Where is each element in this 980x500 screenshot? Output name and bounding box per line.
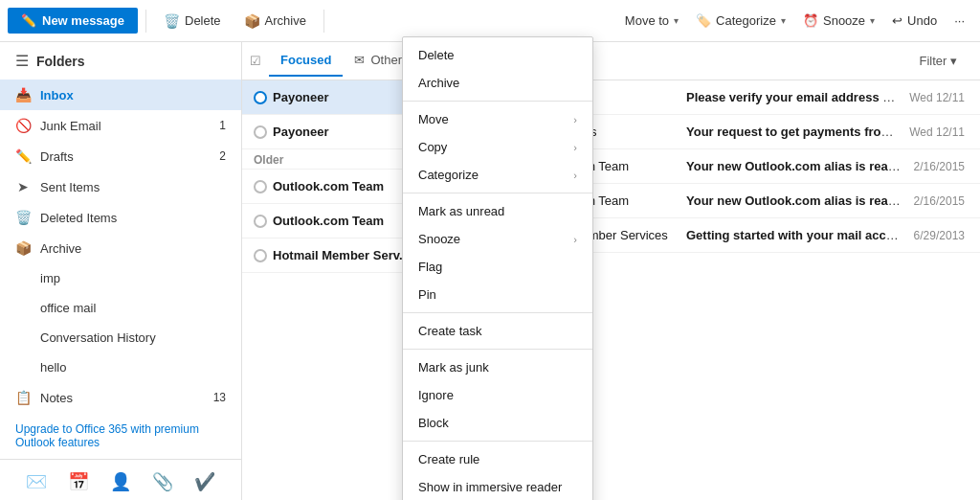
sidebar-label-inbox: Inbox bbox=[40, 88, 226, 102]
attachments-nav-button[interactable]: 📎 bbox=[145, 467, 181, 496]
ctx-separator-2 bbox=[403, 193, 592, 193]
sidebar-label-archive: Archive bbox=[40, 241, 226, 256]
sidebar-item-notes[interactable]: 📋 Notes 13 bbox=[0, 382, 241, 413]
sidebar-item-junk[interactable]: 🚫 Junk Email 1 bbox=[0, 110, 241, 141]
sidebar-label-officemail: office mail bbox=[40, 301, 226, 315]
email-subject: Your request to get payments from Propel… bbox=[686, 125, 902, 139]
ctx-move-label: Move bbox=[418, 112, 449, 126]
todo-nav-button[interactable]: ✔️ bbox=[187, 467, 223, 496]
mail-nav-button[interactable]: ✉️ bbox=[18, 467, 55, 496]
drafts-icon: ✏️ bbox=[15, 148, 31, 164]
ctx-mark-junk[interactable]: Mark as junk bbox=[403, 353, 592, 381]
ctx-create-rule-label: Create rule bbox=[418, 452, 479, 466]
email-subject: Your new Outlook.com alias is ready Star… bbox=[686, 159, 906, 173]
ctx-immersive-label: Show in immersive reader bbox=[418, 480, 562, 494]
ctx-immersive[interactable]: Show in immersive reader bbox=[403, 473, 592, 500]
undo-button[interactable]: ↩ Undo bbox=[884, 9, 945, 33]
new-message-button[interactable]: ✏️ New message bbox=[8, 8, 138, 34]
sidebar-label-imp: imp bbox=[40, 271, 226, 285]
ctx-separator-5 bbox=[403, 441, 592, 442]
sidebar-item-officemail[interactable]: office mail bbox=[0, 293, 241, 323]
subject-text: Your new Outlook.com alias is ready bbox=[686, 159, 902, 173]
ctx-block[interactable]: Block bbox=[403, 409, 592, 437]
ctx-mark-unread-label: Mark as unread bbox=[418, 204, 504, 218]
sidebar-item-imp[interactable]: imp bbox=[0, 263, 241, 293]
snooze-button[interactable]: ⏰ Snooze ▾ bbox=[795, 9, 882, 33]
snooze-arrow-icon: ▾ bbox=[870, 15, 875, 26]
email-date: 2/16/2015 bbox=[914, 194, 965, 208]
calendar-nav-button[interactable]: 📅 bbox=[60, 467, 97, 496]
upgrade-label: Upgrade to Office 365 with premium Outlo… bbox=[15, 422, 226, 449]
notes-badge: 13 bbox=[213, 391, 226, 404]
categorize-icon: 🏷️ bbox=[696, 13, 711, 28]
ctx-separator-4 bbox=[403, 349, 592, 350]
ctx-pin[interactable]: Pin bbox=[403, 281, 592, 308]
ctx-delete[interactable]: Delete bbox=[403, 41, 592, 69]
ctx-copy[interactable]: Copy › bbox=[403, 133, 592, 161]
sidebar-item-archive[interactable]: 📦 Archive bbox=[0, 233, 241, 263]
ctx-create-rule[interactable]: Create rule bbox=[403, 445, 592, 473]
archive-label: Archive bbox=[265, 13, 306, 28]
check-all-icon: ☑ bbox=[250, 54, 261, 68]
compose-icon: ✏️ bbox=[21, 13, 36, 28]
archive-icon: 📦 bbox=[244, 13, 260, 29]
ctx-ignore[interactable]: Ignore bbox=[403, 381, 592, 409]
delete-label: Delete bbox=[185, 13, 221, 28]
undo-label: Undo bbox=[907, 13, 937, 28]
delete-button[interactable]: 🗑️ Delete bbox=[154, 9, 231, 34]
sidebar-item-convhistory[interactable]: Conversation History bbox=[0, 323, 241, 352]
ctx-delete-label: Delete bbox=[418, 48, 455, 62]
subject-text: Your new Outlook.com alias is ready bbox=[686, 193, 902, 208]
email-date: 2/16/2015 bbox=[914, 160, 965, 173]
ctx-mark-unread[interactable]: Mark as unread bbox=[403, 197, 592, 225]
upgrade-item[interactable]: Upgrade to Office 365 with premium Outlo… bbox=[0, 413, 241, 459]
context-menu: Delete Archive Move › Copy › Categorize … bbox=[402, 36, 593, 500]
notes-icon: 📋 bbox=[15, 390, 31, 405]
tab-focused[interactable]: Focused bbox=[269, 45, 343, 77]
message-select-radio[interactable] bbox=[254, 125, 267, 139]
toolbar-divider-1 bbox=[145, 10, 146, 33]
ctx-archive[interactable]: Archive bbox=[403, 69, 592, 97]
ctx-ignore-label: Ignore bbox=[418, 388, 454, 402]
preview-text: Dear Madan Ghimire, Thank you for... bbox=[880, 90, 902, 104]
message-select-radio[interactable] bbox=[254, 91, 267, 104]
sidebar-item-drafts[interactable]: ✏️ Drafts 2 bbox=[0, 141, 241, 171]
ctx-snooze[interactable]: Snooze › bbox=[403, 225, 592, 253]
more-button[interactable]: ··· bbox=[947, 9, 972, 33]
move-to-button[interactable]: Move to ▾ bbox=[617, 9, 686, 33]
categorize-arrow-icon: ▾ bbox=[781, 15, 786, 26]
message-select-radio[interactable] bbox=[254, 215, 267, 228]
categorize-label: Categorize bbox=[716, 13, 776, 28]
email-date: Wed 12/11 bbox=[909, 91, 965, 104]
sidebar-item-sent[interactable]: ➤ Sent Items bbox=[0, 171, 241, 202]
ctx-categorize[interactable]: Categorize › bbox=[403, 161, 592, 189]
archive-button[interactable]: 📦 Archive bbox=[234, 9, 316, 34]
filter-button[interactable]: Filter ▾ bbox=[911, 50, 965, 72]
focused-tab-label: Focused bbox=[280, 53, 331, 67]
sidebar-item-deleted[interactable]: 🗑️ Deleted Items bbox=[0, 202, 241, 233]
sidebar-toggle-button[interactable]: ☰ bbox=[15, 52, 29, 70]
ctx-create-task[interactable]: Create task bbox=[403, 317, 592, 345]
inbox-icon: 📥 bbox=[15, 87, 31, 102]
move-to-label: Move to bbox=[625, 13, 669, 28]
ctx-flag[interactable]: Flag bbox=[403, 253, 592, 281]
filter-label: Filter bbox=[919, 54, 947, 68]
new-message-label: New message bbox=[42, 13, 124, 28]
email-subject: Your new Outlook.com alias is ready Star… bbox=[686, 193, 906, 208]
categorize-button[interactable]: 🏷️ Categorize ▾ bbox=[688, 9, 793, 33]
ctx-move[interactable]: Move › bbox=[403, 105, 592, 133]
email-date: Wed 12/11 bbox=[909, 125, 965, 139]
message-select-radio[interactable] bbox=[254, 249, 267, 262]
toolbar-right: Move to ▾ 🏷️ Categorize ▾ ⏰ Snooze ▾ ↩ U… bbox=[617, 9, 972, 33]
ctx-copy-arrow-icon: › bbox=[573, 142, 577, 153]
move-to-arrow-icon: ▾ bbox=[674, 15, 679, 26]
message-select-radio[interactable] bbox=[254, 180, 267, 193]
ctx-separator-3 bbox=[403, 312, 592, 313]
other-tab-icon: ✉ bbox=[354, 53, 365, 67]
sidebar-item-hello[interactable]: hello bbox=[0, 352, 241, 382]
people-nav-button[interactable]: 👤 bbox=[102, 467, 139, 496]
email-subject: Getting started with your mail account H… bbox=[686, 228, 906, 242]
sidebar-item-inbox[interactable]: 📥 Inbox bbox=[0, 80, 241, 110]
ctx-snooze-arrow-icon: › bbox=[573, 234, 577, 245]
ctx-categorize-label: Categorize bbox=[418, 168, 479, 182]
